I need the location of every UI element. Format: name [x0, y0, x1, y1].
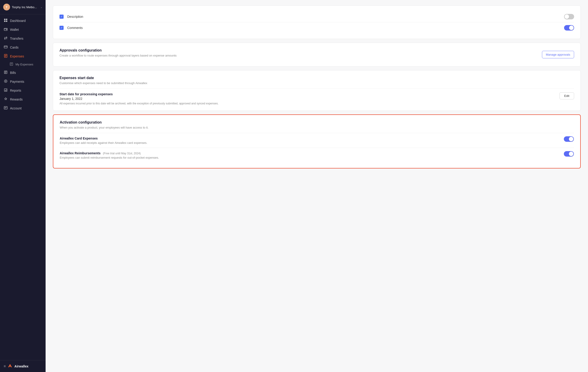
org-name: Torphy Inc Melbo... [12, 5, 37, 9]
reports-icon [4, 88, 8, 93]
expenses-start-desc: Customise which expenses need to be subm… [60, 81, 574, 85]
activation-reimbursements-title-row: Airwallex Reimbursements (Free trial unt… [60, 151, 559, 155]
svg-rect-2 [4, 21, 5, 22]
approvals-config-section: Approvals configuration Create a workflo… [53, 43, 581, 66]
toggle-knob [565, 14, 569, 19]
rewards-icon [4, 97, 8, 101]
sidebar-footer: ≡ Airwallex [0, 360, 46, 372]
sidebar: T Torphy Inc Melbo... ⌄ Dashboard Wallet… [0, 0, 46, 372]
sidebar-item-reports[interactable]: Reports [0, 86, 46, 95]
sidebar-item-label: Cards [10, 46, 19, 49]
description-label: Description [67, 15, 560, 19]
start-date-note: All expenses incurred prior to this date… [60, 102, 219, 105]
card-expenses-toggle[interactable] [564, 136, 574, 142]
description-toggle[interactable] [564, 14, 574, 19]
sidebar-item-label: Payments [10, 80, 24, 84]
wallet-icon [4, 27, 8, 32]
airwallex-logo-icon [8, 363, 12, 369]
sidebar-item-rewards[interactable]: Rewards [0, 95, 46, 104]
sidebar-item-payments[interactable]: Payments [0, 77, 46, 86]
sidebar-item-expenses[interactable]: Expenses [0, 52, 46, 61]
edit-button[interactable]: Edit [559, 92, 574, 99]
start-date-value: January 1, 2022 [60, 97, 219, 101]
sidebar-item-dashboard[interactable]: Dashboard [0, 16, 46, 25]
sidebar-item-account[interactable]: Account [0, 104, 46, 113]
approvals-title: Approvals configuration [60, 48, 177, 53]
svg-rect-10 [4, 89, 7, 91]
description-row: ✓ Description [60, 11, 574, 22]
start-date-info: Start date for processing expenses Janua… [60, 92, 219, 105]
airwallex-logo: Airwallex [8, 363, 28, 369]
approvals-row: Approvals configuration Create a workflo… [60, 48, 574, 61]
my-expenses-icon [10, 63, 13, 66]
activation-card-expenses-title: Airwallex Card Expenses [60, 137, 98, 140]
sidebar-item-label: Transfers [10, 37, 23, 40]
dashboard-icon [4, 19, 8, 23]
comments-toggle[interactable] [564, 25, 574, 31]
logo-text: Airwallex [14, 364, 28, 368]
bills-icon [4, 70, 8, 75]
toggle-knob [569, 152, 573, 156]
approvals-info: Approvals configuration Create a workflo… [60, 48, 177, 61]
activation-config-section: Activation configuration When you activa… [53, 114, 581, 169]
sidebar-item-my-expenses[interactable]: My Expenses [0, 61, 46, 68]
activation-reimbursements-title: Airwallex Reimbursements [60, 151, 101, 155]
activation-reimbursements-desc: Employees can submit reimbursement reque… [60, 156, 559, 159]
main-content: ✓ Description ✓ Comments Approvals confi… [46, 0, 588, 372]
sidebar-item-label: Reports [10, 89, 21, 92]
activation-card-expenses-item: Airwallex Card Expenses Employees can ad… [60, 133, 574, 148]
activation-reimbursements-info: Airwallex Reimbursements (Free trial unt… [60, 151, 564, 159]
activation-reimbursements-item: Airwallex Reimbursements (Free trial unt… [60, 148, 574, 162]
expenses-start-section: Expenses start date Customise which expe… [53, 70, 581, 111]
checkboxes-section: ✓ Description ✓ Comments [53, 5, 581, 39]
sidebar-item-label: Wallet [10, 28, 19, 32]
cards-icon [4, 45, 8, 50]
sidebar-nav: Dashboard Wallet Transfers Cards [0, 14, 46, 360]
hamburger-icon[interactable]: ≡ [4, 364, 6, 368]
chevron-down-icon: ⌄ [40, 6, 42, 9]
svg-rect-3 [6, 21, 7, 22]
sidebar-item-bills[interactable]: Bills [0, 68, 46, 77]
activation-reimbursements-badge: (Free trial until May 31st, 2024) [103, 152, 141, 155]
expenses-start-title: Expenses start date [60, 76, 574, 80]
comments-label: Comments [67, 26, 560, 30]
start-date-subsection: Start date for processing expenses Janua… [60, 92, 574, 105]
sidebar-item-label: Bills [10, 71, 16, 74]
sidebar-sub-item-label: My Expenses [15, 63, 33, 66]
reimbursements-toggle[interactable] [564, 151, 574, 157]
activation-card-expenses-desc: Employees can add receipts against their… [60, 141, 559, 145]
start-date-sub-title: Start date for processing expenses [60, 92, 219, 96]
activation-card-expenses-info: Airwallex Card Expenses Employees can ad… [60, 136, 564, 145]
activation-title: Activation configuration [60, 120, 574, 125]
svg-rect-1 [6, 19, 7, 20]
divider [60, 88, 574, 89]
payments-icon [4, 79, 8, 84]
activation-card-expenses-title-row: Airwallex Card Expenses [60, 136, 559, 140]
expenses-icon [4, 54, 8, 58]
svg-rect-6 [4, 46, 7, 48]
sidebar-item-label: Account [10, 106, 22, 110]
toggle-knob [569, 137, 573, 141]
org-avatar: T [3, 4, 10, 11]
svg-rect-5 [6, 29, 7, 30]
svg-rect-0 [4, 19, 5, 20]
comments-checkbox[interactable]: ✓ [60, 26, 63, 30]
svg-rect-8 [10, 63, 13, 65]
sidebar-item-label: Dashboard [10, 19, 26, 22]
manage-approvals-button[interactable]: Manage approvals [542, 51, 574, 58]
sidebar-item-label: Expenses [10, 54, 24, 58]
sidebar-header[interactable]: T Torphy Inc Melbo... ⌄ [0, 0, 46, 14]
account-icon [4, 106, 8, 110]
sidebar-item-wallet[interactable]: Wallet [0, 25, 46, 34]
sidebar-item-label: Rewards [10, 97, 22, 101]
transfers-icon [4, 36, 8, 41]
approvals-desc: Create a workflow to route expenses thro… [60, 54, 177, 57]
description-checkbox[interactable]: ✓ [60, 15, 63, 19]
sidebar-item-transfers[interactable]: Transfers [0, 34, 46, 43]
toggle-knob [569, 26, 574, 30]
activation-desc: When you activate a product, your employ… [60, 126, 574, 129]
comments-row: ✓ Comments [60, 22, 574, 33]
svg-rect-11 [4, 106, 7, 109]
sidebar-item-cards[interactable]: Cards [0, 43, 46, 52]
